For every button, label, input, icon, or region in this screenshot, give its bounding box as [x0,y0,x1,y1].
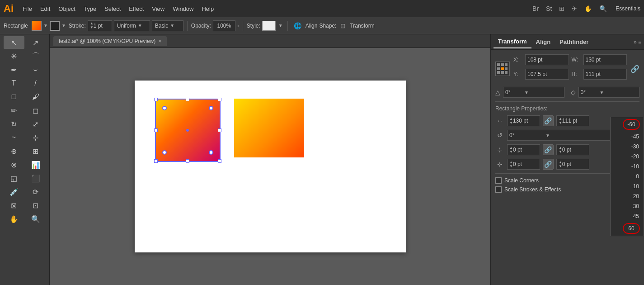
corner-handle-tr[interactable] [209,106,213,110]
x2-down[interactable]: ▼ [509,164,513,168]
xy1-link-button[interactable]: 🔗 [543,144,554,155]
x1-up[interactable]: ▲ [509,146,513,150]
document-tab[interactable]: test2.ai* @ 100% (CMYK/GPU Preview) × [53,36,167,46]
free-transform-tool[interactable]: ⊹ [25,131,46,144]
handle-top-right[interactable] [218,98,221,101]
search-icon[interactable]: 🔍 [597,4,609,13]
corner-handle-tl[interactable] [162,106,167,110]
style-preview[interactable] [262,21,276,31]
angle1-dropdown-arrow[interactable]: ▼ [523,90,530,95]
slice-tool[interactable]: ⊠ [4,199,24,212]
menu-help[interactable]: Help [198,4,217,14]
y1-spinners[interactable]: ▲ ▼ [559,146,562,154]
rect-h-down[interactable]: ▼ [559,121,562,125]
rect-h-spinners[interactable]: ▲ ▼ [559,117,562,125]
bridge-icon[interactable]: Br [530,4,541,13]
lasso-tool[interactable]: ⌒ [25,50,46,62]
selected-rectangle[interactable] [155,99,221,162]
stroke-arrow[interactable]: ▼ [61,23,67,28]
stroke-swatch[interactable] [50,21,60,31]
x1-input[interactable] [513,147,538,153]
handle-top-left[interactable] [154,98,158,101]
dropdown-item-30[interactable]: 30 [611,201,644,211]
pencil-tool[interactable]: ✏ [4,104,24,117]
zoom-tool[interactable]: 🔍 [25,213,46,225]
style-arrow[interactable]: ▼ [277,23,284,28]
menu-effect[interactable]: Effect [125,4,147,14]
h-input[interactable] [586,71,613,77]
dropdown-item--45[interactable]: -45 [611,132,644,142]
y1-input[interactable] [562,147,587,153]
dropdown-item-60-bottom[interactable]: 60 [611,221,644,236]
rect-w-spinners[interactable]: ▲ ▼ [509,117,513,125]
shape-icon[interactable]: ⊡ [338,21,348,30]
dropdown-item--30[interactable]: -30 [611,142,644,152]
chart-tool[interactable]: 📊 [25,158,46,171]
dropdown-item-0[interactable]: 0 [611,171,644,181]
dropdown-item--60-top[interactable]: -60 [611,117,644,132]
share-icon[interactable]: ✋ [582,4,594,13]
opacity-expand[interactable]: › [237,23,239,29]
dropdown-item--20[interactable]: -20 [611,152,644,162]
handle-bot-right[interactable] [218,159,221,163]
canvas-content[interactable] [50,48,490,285]
second-rectangle[interactable] [234,99,304,157]
curvature-tool[interactable]: ⌣ [25,63,46,76]
eraser-tool[interactable]: ◻ [25,104,46,117]
stock-icon[interactable]: St [544,4,554,13]
rect-w-up[interactable]: ▲ [509,117,513,121]
stroke-type-dropdown[interactable]: Uniform ▼ [114,20,150,31]
w-input[interactable] [586,57,613,63]
wh-link-button[interactable]: 🔗 [543,115,554,126]
y2-down[interactable]: ▼ [559,164,562,168]
y-input[interactable] [527,71,555,77]
corner-dropdown-arrow[interactable]: ▼ [545,133,550,138]
globe-icon[interactable]: 🌐 [291,21,304,30]
handle-mid-right[interactable] [218,128,221,132]
opacity-input[interactable] [213,20,235,31]
angle1-input[interactable] [505,89,523,95]
corner-handle-br[interactable] [209,150,213,155]
dropdown-item-45[interactable]: 45 [611,211,644,221]
no-link-button[interactable]: 🔗 [630,65,639,73]
y1-down[interactable]: ▼ [559,150,562,154]
angle2-input[interactable] [581,89,599,95]
scale-corners-checkbox[interactable] [495,177,502,184]
mesh-tool[interactable]: ⊗ [4,158,24,171]
handle-bot-mid[interactable] [186,159,189,163]
corner-radius-input[interactable] [509,132,545,138]
selection-tool[interactable]: ↖ [4,36,24,49]
menu-window[interactable]: Window [169,4,197,14]
paintbrush-tool[interactable]: 🖌 [25,90,46,103]
dropdown-item-10[interactable]: 10 [611,181,644,191]
stroke-value-input[interactable] [94,23,110,29]
menu-edit[interactable]: Edit [37,4,54,14]
hand-tool[interactable]: ✋ [4,213,24,225]
direct-selection-tool[interactable]: ↗ [25,36,46,49]
dropdown-item-20[interactable]: 20 [611,191,644,201]
fill-arrow[interactable]: ▼ [42,23,49,28]
menu-object[interactable]: Object [55,4,79,14]
tab-close-button[interactable]: × [158,38,161,44]
x2-input[interactable] [513,161,538,167]
tab-align[interactable]: Align [531,36,555,48]
stroke-down[interactable]: ▼ [90,26,94,29]
angle2-dropdown-arrow[interactable]: ▼ [599,90,605,95]
publish-icon[interactable]: ✈ [569,4,579,13]
rect-height-input[interactable] [562,118,587,124]
pen-tool[interactable]: ✒ [4,63,24,76]
y1-up[interactable]: ▲ [559,146,562,150]
line-tool[interactable]: / [25,77,46,90]
type-tool[interactable]: T [4,77,24,90]
rect-width-input[interactable] [513,118,538,124]
dropdown-item--10[interactable]: -10 [611,162,644,171]
fill-swatch[interactable] [32,21,42,31]
transform-reference-grid[interactable] [495,62,510,76]
y2-spinners[interactable]: ▲ ▼ [559,160,562,168]
corner-handle-bl[interactable] [162,150,167,155]
handle-top-mid[interactable] [186,98,189,101]
menu-select[interactable]: Select [101,4,124,14]
x1-down[interactable]: ▼ [509,150,513,154]
x2-up[interactable]: ▲ [509,160,513,164]
panel-more-button[interactable]: » ≡ [634,39,641,45]
